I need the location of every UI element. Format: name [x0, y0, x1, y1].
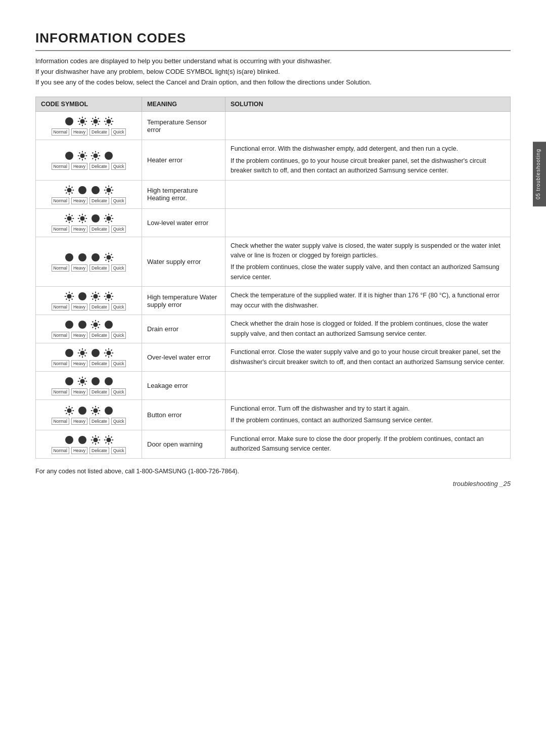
cycle-label: Delicate	[89, 128, 109, 136]
svg-line-42	[98, 158, 99, 159]
svg-point-9	[94, 120, 97, 123]
cycle-label: Quick	[111, 447, 126, 454]
cycle-label: Heavy	[71, 303, 87, 310]
code-symbol-cell: NormalHeavyDelicateQuick	[36, 343, 142, 372]
svg-point-81	[107, 216, 110, 220]
code-symbol-cell: NormalHeavyDelicateQuick	[36, 112, 142, 140]
svg-point-135	[80, 351, 84, 354]
cycle-label: Delicate	[89, 360, 109, 367]
meaning-cell: Low-level water error	[142, 208, 225, 237]
circle-icon	[103, 405, 114, 416]
svg-line-141	[84, 355, 85, 357]
svg-line-17	[92, 124, 93, 125]
svg-line-152	[105, 355, 106, 357]
circle-icon	[77, 185, 88, 196]
svg-line-114	[98, 299, 99, 300]
table-row: NormalHeavyDelicateQuickButton errorFunc…	[36, 400, 511, 430]
meaning-cell: Leakage error	[142, 372, 225, 400]
svg-point-171	[94, 409, 97, 412]
svg-point-72	[80, 216, 84, 220]
solution-cell: Check whether the water supply valve is …	[225, 237, 511, 287]
svg-line-187	[98, 436, 99, 437]
svg-line-88	[111, 215, 112, 216]
cycle-label: Normal	[52, 226, 69, 233]
code-symbol-cell: NormalHeavyDelicateQuick	[36, 287, 142, 315]
code-symbol-cell: NormalHeavyDelicateQuick	[36, 180, 142, 208]
circle-icon	[90, 252, 101, 263]
cycle-label: Quick	[111, 226, 126, 233]
sun-icon	[90, 150, 101, 161]
svg-line-178	[98, 407, 99, 408]
svg-line-142	[84, 350, 85, 351]
cycle-label: Normal	[52, 128, 69, 136]
cycle-label: Normal	[52, 303, 69, 310]
cycle-label: Heavy	[71, 447, 87, 454]
table-row: NormalHeavyDelicateQuickHigh temperature…	[36, 287, 511, 315]
svg-line-143	[79, 355, 80, 357]
cycle-label: Normal	[52, 360, 69, 367]
circle-icon	[77, 291, 88, 302]
svg-line-50	[66, 187, 67, 188]
meaning-cell: Water supply error	[142, 237, 225, 287]
table-row: NormalHeavyDelicateQuickLow-level water …	[36, 208, 511, 237]
cycle-label: Delicate	[89, 303, 109, 310]
svg-line-106	[71, 293, 72, 294]
cycle-label: Delicate	[89, 418, 109, 425]
circle-icon	[64, 252, 75, 263]
circle-icon	[103, 319, 114, 330]
svg-line-123	[111, 299, 112, 300]
circle-icon	[90, 213, 101, 224]
sun-icon	[77, 376, 88, 387]
meaning-cell: High temperature Heating error.	[142, 180, 225, 208]
svg-line-25	[111, 118, 112, 119]
svg-line-194	[105, 436, 106, 437]
cycle-label: Heavy	[71, 388, 87, 395]
cycle-label: Heavy	[71, 264, 87, 272]
footer-note: For any codes not listed above, call 1-8…	[35, 468, 511, 475]
sun-icon	[90, 116, 101, 127]
sun-icon	[103, 213, 114, 224]
col-header-solution: SOLUTION	[225, 97, 511, 112]
cycle-label: Quick	[111, 418, 126, 425]
svg-point-108	[94, 294, 97, 298]
sun-icon	[103, 434, 114, 446]
svg-line-177	[98, 413, 99, 414]
svg-line-97	[111, 254, 112, 255]
sun-icon	[103, 185, 114, 196]
svg-line-71	[66, 220, 67, 221]
cycle-label: Normal	[52, 332, 69, 339]
code-symbol-cell: NormalHeavyDelicateQuick	[36, 208, 142, 237]
svg-line-95	[105, 254, 106, 255]
svg-line-35	[79, 158, 80, 159]
sun-icon	[77, 116, 88, 127]
svg-point-126	[94, 323, 97, 326]
svg-line-179	[92, 413, 93, 414]
meaning-cell: Door open warning	[142, 430, 225, 458]
cycle-label: Delicate	[89, 332, 109, 339]
svg-line-5	[79, 118, 80, 119]
cycle-label: Delicate	[89, 447, 109, 454]
cycle-label: Heavy	[71, 197, 87, 204]
svg-line-52	[71, 187, 72, 188]
svg-line-133	[98, 322, 99, 323]
circle-icon	[77, 252, 88, 263]
sun-icon	[64, 405, 75, 416]
svg-line-168	[71, 413, 72, 414]
info-table: CODE SYMBOL MEANING SOLUTION	[35, 97, 511, 458]
solution-cell: Functional error. Make sure to close the…	[225, 430, 511, 458]
svg-point-180	[94, 438, 97, 441]
cycle-label: Quick	[111, 332, 126, 339]
solution-cell: Functional error. With the dishwasher em…	[225, 140, 511, 180]
sidebar-tab: 05 troubleshooting	[533, 142, 546, 206]
svg-line-43	[98, 152, 99, 153]
cycle-label: Delicate	[89, 264, 109, 272]
svg-point-18	[107, 120, 110, 123]
sun-icon	[64, 185, 75, 196]
svg-point-144	[107, 351, 110, 354]
svg-line-188	[92, 442, 93, 443]
svg-line-176	[92, 407, 93, 408]
svg-line-122	[105, 293, 106, 294]
cycle-label: Quick	[111, 197, 126, 204]
col-header-code: CODE SYMBOL	[36, 97, 142, 112]
circle-icon	[90, 185, 101, 196]
